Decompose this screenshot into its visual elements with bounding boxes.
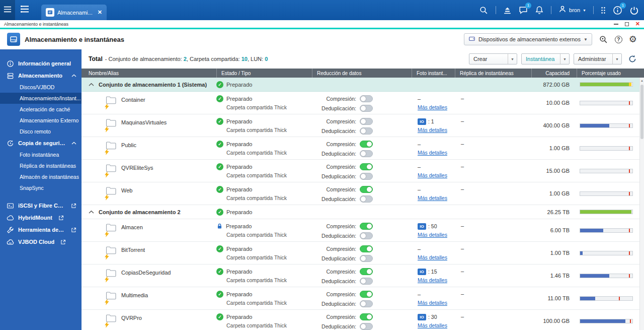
volume-row[interactable]: Container✓PreparadoCarpeta compartida Th…	[82, 92, 644, 114]
column-header-snapshot[interactable]: Foto instant...	[412, 69, 455, 78]
sidebar-item-almacenamiento-externo[interactable]: Almacenamiento Externo	[0, 115, 82, 126]
deduplication-toggle[interactable]	[360, 232, 373, 239]
deduplication-toggle[interactable]	[360, 173, 373, 180]
sidebar-item-informaci-n-general[interactable]: Información general	[0, 57, 82, 70]
volume-row[interactable]: Public✓PreparadoCarpeta compartida Thick…	[82, 137, 644, 160]
power-icon[interactable]	[629, 6, 639, 15]
compression-toggle[interactable]	[360, 141, 373, 148]
column-header-status[interactable]: Estado / Tipo	[216, 69, 312, 78]
user-menu[interactable]: bron ▼	[558, 5, 586, 15]
sidebar-item-aceleraci-n-de-cach[interactable]: Aceleración de caché	[0, 104, 82, 115]
chat-badge: 1	[525, 3, 531, 9]
deduplication-toggle[interactable]	[360, 300, 373, 307]
volume-row[interactable]: BitTorrent✓PreparadoCarpeta compartida T…	[82, 242, 644, 265]
compression-toggle[interactable]	[360, 95, 373, 102]
sidebar-item-snapsync[interactable]: SnapSync	[0, 182, 82, 193]
deduplication-toggle[interactable]	[360, 255, 373, 262]
scroll-up-arrow-icon[interactable]: ▲	[640, 78, 644, 84]
volume-row[interactable]: Web✓PreparadoCarpeta compartida ThickCom…	[82, 182, 644, 205]
column-header-capacity[interactable]: Capacidad	[531, 69, 577, 78]
external-device-icon[interactable]	[503, 6, 512, 15]
app-tab[interactable]: Almacenami... ✕	[41, 5, 107, 20]
collapse-icon[interactable]	[89, 210, 94, 214]
column-header-replica[interactable]: Réplica de instantáneas	[455, 69, 531, 78]
scrollbar-thumb[interactable]	[640, 85, 643, 139]
volume-row[interactable]: AlmacenPreparadoCarpeta compartida Thick…	[82, 219, 644, 242]
close-icon[interactable]: ✕	[635, 21, 640, 27]
column-header-percent-used[interactable]: Porcentaje usado	[577, 69, 644, 78]
search-icon[interactable]	[479, 6, 489, 15]
sidebar-item-almac-n-de-instant-neas[interactable]: Almacén de instantáneas	[0, 171, 82, 182]
sidebar-item-iscsi-y-fibre-channel[interactable]: iSCSI y Fibre Channel	[0, 200, 82, 212]
pool-name: Conjunto de almacenamiento 1 (Sistema)	[99, 82, 207, 88]
user-icon	[558, 5, 567, 15]
more-details-link[interactable]: Más detalles	[418, 104, 455, 110]
compression-toggle[interactable]	[360, 313, 373, 320]
more-details-link[interactable]: Más detalles	[418, 322, 455, 328]
more-details-link[interactable]: Más detalles	[418, 172, 455, 178]
pool-row[interactable]: Conjunto de almacenamiento 1 (Sistema)✓P…	[82, 78, 644, 92]
more-details-link[interactable]: Más detalles	[418, 195, 455, 201]
refresh-icon[interactable]	[628, 54, 637, 63]
compression-toggle[interactable]	[360, 186, 373, 193]
more-details-link[interactable]: Más detalles	[418, 150, 455, 156]
create-button[interactable]: Crear▼	[469, 53, 517, 64]
compression-toggle[interactable]	[360, 223, 373, 230]
sidebar-item-foto-instant-nea[interactable]: Foto instantánea	[0, 149, 82, 160]
snapshot-info: IO: 50	[418, 223, 455, 230]
compression-toggle[interactable]	[360, 163, 373, 170]
notifications-bell-icon[interactable]	[535, 6, 544, 15]
volume-row[interactable]: Multimedia✓PreparadoCarpeta compartida T…	[82, 287, 644, 310]
desktop-button[interactable]	[15, 0, 34, 20]
help-icon[interactable]: ?	[615, 36, 622, 43]
sidebar-item-disco-remoto[interactable]: Disco remoto	[0, 126, 82, 137]
column-header-data-reduction[interactable]: Reducción de datos	[312, 69, 412, 78]
deduplication-toggle[interactable]	[360, 278, 373, 285]
deduplication-toggle[interactable]	[360, 127, 373, 135]
sidebar-item-discos-vjbod[interactable]: Discos/VJBOD	[0, 82, 82, 93]
sidebar-item-vjbod-cloud[interactable]: VJBOD Cloud	[0, 236, 82, 248]
deduplication-toggle[interactable]	[360, 105, 373, 112]
pool-row[interactable]: Conjunto de almacenamiento 2✓Preparado26…	[82, 205, 644, 219]
manage-button[interactable]: Administrar▼	[574, 53, 622, 64]
compression-toggle[interactable]	[360, 118, 373, 125]
volume-row[interactable]: QVRPro✓PreparadoCarpeta compartida Thick…	[82, 310, 644, 330]
more-details-link[interactable]: Más detalles	[418, 277, 455, 283]
overview-icon	[7, 60, 14, 68]
compression-toggle[interactable]	[360, 291, 373, 298]
volume-row[interactable]: MaquinasVirtuales✓PreparadoCarpeta compa…	[82, 114, 644, 137]
apps-grid-icon[interactable]	[601, 7, 606, 14]
sidebar-item-hybridmount[interactable]: HybridMount	[0, 212, 82, 224]
support-chat-icon[interactable]: 1	[519, 6, 528, 15]
settings-gear-icon[interactable]: ⚙	[629, 35, 637, 44]
sidebar-item-herramienta-de-creaci[interactable]: Herramienta de creaci...	[0, 224, 82, 236]
folder-icon	[106, 164, 116, 172]
snapshot-button[interactable]: Instantánea▼	[521, 53, 570, 64]
more-details-link[interactable]: Más detalles	[418, 232, 455, 238]
vertical-scrollbar[interactable]: ▲	[639, 78, 644, 330]
more-details-link[interactable]: Más detalles	[418, 127, 455, 133]
deduplication-toggle[interactable]	[360, 150, 373, 157]
compression-label: Compresión:	[312, 164, 356, 170]
volume-row[interactable]: QVREliteSys✓PreparadoCarpeta compartida …	[82, 160, 644, 182]
column-header-name[interactable]: Nombre/Alias	[82, 69, 216, 78]
minimize-icon[interactable]	[614, 24, 618, 25]
main-menu-button[interactable]	[0, 0, 15, 20]
compression-toggle[interactable]	[360, 268, 373, 275]
maximize-icon[interactable]	[625, 22, 629, 26]
about-info-icon[interactable]: 1	[613, 6, 622, 15]
compression-toggle[interactable]	[360, 245, 373, 252]
sidebar-item-almacenamiento[interactable]: Almacenamiento	[0, 70, 82, 82]
more-details-link[interactable]: Más detalles	[418, 300, 455, 306]
deduplication-toggle[interactable]	[360, 195, 373, 203]
volume-row[interactable]: CopiasDeSeguridad✓PreparadoCarpeta compa…	[82, 265, 644, 287]
external-storage-devices-dropdown[interactable]: Dispositivos de almacenamiento externos …	[464, 33, 592, 45]
more-details-link[interactable]: Más detalles	[418, 254, 455, 260]
global-search-icon[interactable]	[599, 35, 608, 44]
deduplication-toggle[interactable]	[360, 323, 373, 330]
sidebar-item-copia-de-seguridad-d[interactable]: Copia de seguridad d...	[0, 137, 82, 149]
tab-close-icon[interactable]: ✕	[98, 9, 102, 16]
sidebar-item-r-plica-de-instant-neas[interactable]: Réplica de instantáneas	[0, 160, 82, 171]
sidebar-item-almacenamiento-instant[interactable]: Almacenamiento/Instant...	[0, 93, 82, 104]
collapse-icon[interactable]	[89, 83, 94, 86]
